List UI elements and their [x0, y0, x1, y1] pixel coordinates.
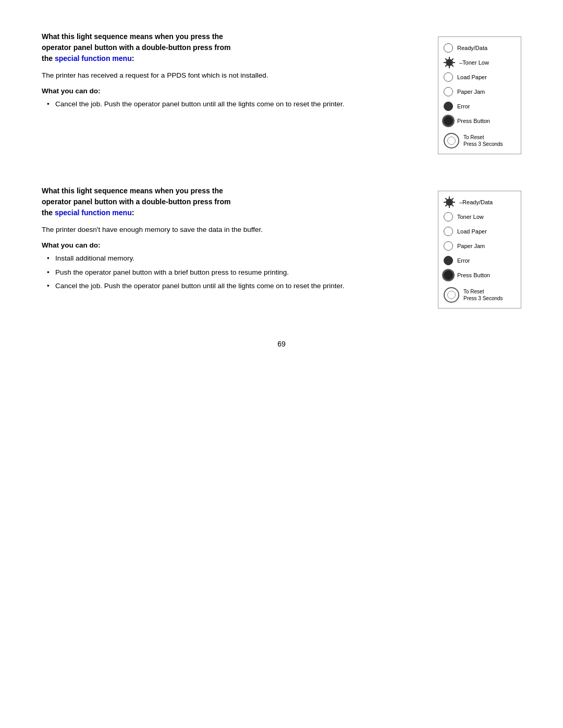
indicator-panel-2: –Ready/Data Toner Low Load Paper Paper J…	[438, 191, 521, 309]
list-item: Cancel the job. Push the operator panel …	[47, 281, 422, 291]
section-1-wycd: What you can do:	[42, 87, 422, 95]
section-2-text: What this light sequence means when you …	[42, 186, 422, 309]
reset-btn-inner-2	[447, 291, 456, 299]
load-paper-led-1	[444, 72, 453, 82]
reset-btn-inner-1	[447, 137, 456, 145]
toner-low-label-1: –Toner Low	[459, 59, 489, 66]
press-button-led-1	[444, 116, 453, 126]
indicator-row-reset-2: To Reset Press 3 Seconds	[444, 287, 516, 303]
indicator-row-reset-1: To Reset Press 3 Seconds	[444, 133, 516, 149]
toner-low-label-2: Toner Low	[457, 213, 484, 220]
indicator-row-ready-data-2: –Ready/Data	[444, 196, 516, 208]
error-label-2: Error	[457, 257, 470, 264]
error-led-1	[444, 102, 453, 111]
indicator-row-paper-jam-2: Paper Jam	[444, 240, 516, 252]
indicator-row-error-2: Error	[444, 255, 516, 266]
section-1-heading: What this light sequence means when you …	[42, 31, 422, 64]
ready-data-label-1: Ready/Data	[457, 44, 487, 52]
indicator-panel-1: Ready/Data –Toner Low Load Paper Paper J…	[438, 36, 521, 154]
indicator-row-load-paper-1: Load Paper	[444, 71, 516, 83]
section-2-body: The printer doesn't have enough memory t…	[42, 225, 422, 235]
error-led-2	[444, 256, 453, 265]
indicator-row-paper-jam-1: Paper Jam	[444, 86, 516, 97]
press-button-label-2: Press Button	[457, 272, 490, 279]
section-2-wycd: What you can do:	[42, 241, 422, 249]
section-1-bullets: Cancel the job. Push the operator panel …	[42, 99, 422, 109]
press-button-led-2	[444, 270, 453, 280]
indicator-row-press-btn-1: Press Button	[444, 115, 516, 127]
toner-low-led-2	[444, 212, 453, 221]
paper-jam-label-2: Paper Jam	[457, 242, 485, 250]
list-item: Push the operator panel button with a br…	[47, 267, 422, 278]
section-2-bullets: Install additional memory. Push the oper…	[42, 253, 422, 291]
page-number: 69	[42, 340, 521, 348]
reset-btn-2	[444, 287, 459, 303]
indicator-row-load-paper-2: Load Paper	[444, 226, 516, 237]
indicator-row-press-btn-2: Press Button	[444, 269, 516, 281]
section-2-heading: What this light sequence means when you …	[42, 186, 422, 218]
ready-data-led-1	[444, 43, 453, 53]
ready-data-led-2	[444, 196, 455, 208]
section-1-text: What this light sequence means when you …	[42, 31, 422, 154]
toner-low-led-1	[444, 57, 455, 68]
indicator-row-toner-1: –Toner Low	[444, 57, 516, 68]
section-2: What this light sequence means when you …	[42, 186, 521, 309]
load-paper-label-1: Load Paper	[457, 73, 487, 81]
indicator-row-toner-2: Toner Low	[444, 211, 516, 223]
error-label-1: Error	[457, 103, 470, 110]
reset-label-1: To Reset Press 3 Seconds	[463, 134, 503, 147]
paper-jam-label-1: Paper Jam	[457, 88, 485, 95]
paper-jam-led-1	[444, 87, 453, 96]
section-1: What this light sequence means when you …	[42, 31, 521, 154]
ready-data-label-2: –Ready/Data	[459, 199, 493, 206]
section-1-body: The printer has received a request for a…	[42, 70, 422, 81]
list-item: Cancel the job. Push the operator panel …	[47, 99, 422, 109]
reset-label-2: To Reset Press 3 Seconds	[463, 288, 503, 302]
indicator-row-ready-data-1: Ready/Data	[444, 42, 516, 54]
indicator-row-error-1: Error	[444, 101, 516, 112]
list-item: Install additional memory.	[47, 253, 422, 264]
load-paper-led-2	[444, 227, 453, 236]
press-button-label-1: Press Button	[457, 117, 490, 125]
load-paper-label-2: Load Paper	[457, 228, 487, 235]
paper-jam-led-2	[444, 241, 453, 251]
reset-btn-1	[444, 133, 459, 149]
